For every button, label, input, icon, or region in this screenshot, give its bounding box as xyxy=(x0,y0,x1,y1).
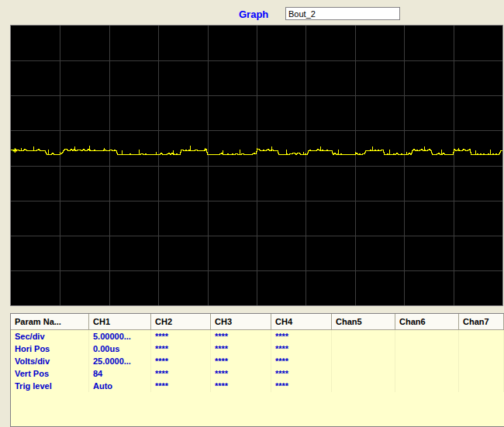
cell-value[interactable]: Auto xyxy=(89,380,151,392)
waveform-plot xyxy=(11,26,502,305)
cell-param-name: Vert Pos xyxy=(11,367,89,380)
table-row: Vert Pos 84 **** **** **** xyxy=(11,367,504,380)
cell-value[interactable] xyxy=(395,367,459,380)
column-header-ch3: CH3 xyxy=(211,314,271,330)
cell-value[interactable]: **** xyxy=(271,367,332,380)
cell-value[interactable] xyxy=(395,355,459,367)
cell-value[interactable] xyxy=(459,343,504,355)
param-table: Param Na... CH1 CH2 CH3 CH4 Chan5 Chan6 … xyxy=(10,313,504,427)
cell-value[interactable]: **** xyxy=(151,355,211,367)
column-header-param-name: Param Na... xyxy=(11,314,89,330)
cell-param-name: Trig level xyxy=(11,380,89,392)
column-header-chan5: Chan5 xyxy=(332,314,395,330)
cell-value[interactable]: **** xyxy=(211,380,271,392)
column-header-chan7: Chan7 xyxy=(459,314,504,330)
cell-value[interactable]: **** xyxy=(271,380,332,392)
cell-value[interactable]: **** xyxy=(151,330,211,343)
cell-value[interactable]: 25.0000... xyxy=(89,355,151,367)
cell-value[interactable] xyxy=(332,343,395,355)
cell-value[interactable]: **** xyxy=(151,343,211,355)
cell-value[interactable] xyxy=(395,343,459,355)
cell-value[interactable]: **** xyxy=(211,343,271,355)
cell-value[interactable]: **** xyxy=(271,343,332,355)
graph-name-input[interactable] xyxy=(285,7,400,20)
cell-param-name: Hori Pos xyxy=(11,343,89,355)
table-row: Trig level Auto **** **** **** xyxy=(11,380,504,392)
cell-param-name: Sec/div xyxy=(11,330,89,343)
column-header-ch1: CH1 xyxy=(89,314,151,330)
cell-value[interactable] xyxy=(332,367,395,380)
cell-value[interactable]: **** xyxy=(211,355,271,367)
table-row: Volts/div 25.0000... **** **** **** xyxy=(11,355,504,367)
cell-value[interactable]: **** xyxy=(211,330,271,343)
cell-value[interactable]: **** xyxy=(151,367,211,380)
cell-value[interactable]: 5.00000... xyxy=(89,330,151,343)
cell-param-name: Volts/div xyxy=(11,355,89,367)
trace-cursor[interactable]: + xyxy=(12,146,17,155)
cell-value[interactable] xyxy=(332,355,395,367)
cell-value[interactable] xyxy=(459,355,504,367)
column-header-ch4: CH4 xyxy=(271,314,332,330)
cell-value[interactable]: 84 xyxy=(89,367,151,380)
scope-display[interactable]: + xyxy=(10,25,503,306)
column-header-ch2: CH2 xyxy=(151,314,211,330)
table-row: Hori Pos 0.00us **** **** **** xyxy=(11,343,504,355)
column-header-chan6: Chan6 xyxy=(395,314,459,330)
cell-value[interactable] xyxy=(459,330,504,343)
cell-value[interactable]: **** xyxy=(271,355,332,367)
graph-title-label: Graph xyxy=(239,9,268,20)
table-header-row: Param Na... CH1 CH2 CH3 CH4 Chan5 Chan6 … xyxy=(11,314,504,330)
cell-value[interactable] xyxy=(332,380,395,392)
cell-value[interactable] xyxy=(459,380,504,392)
table-row: Sec/div 5.00000... **** **** **** xyxy=(11,330,504,343)
cell-value[interactable]: **** xyxy=(271,330,332,343)
cell-value[interactable]: **** xyxy=(151,380,211,392)
cell-value[interactable] xyxy=(332,330,395,343)
cell-value[interactable] xyxy=(459,367,504,380)
cell-value[interactable] xyxy=(395,380,459,392)
cell-value[interactable]: **** xyxy=(211,367,271,380)
cell-value[interactable]: 0.00us xyxy=(89,343,151,355)
cell-value[interactable] xyxy=(395,330,459,343)
